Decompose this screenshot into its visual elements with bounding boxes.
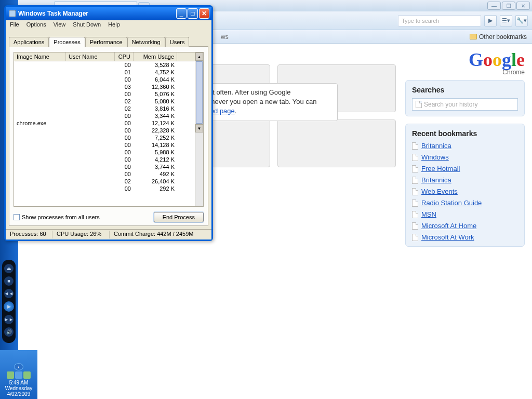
process-row[interactable]: 0312,360 K <box>14 83 195 90</box>
other-bookmarks-label: Other bookmarks <box>479 33 527 41</box>
media-stop-button[interactable]: ■ <box>4 276 14 286</box>
bookmark-item: Microsoft At Home <box>412 222 518 230</box>
stop-icon: ■ <box>7 278 10 284</box>
tab-performance[interactable]: Performance <box>85 37 127 47</box>
omnibox-search[interactable]: Type to search <box>398 15 481 26</box>
bookmark-link[interactable]: Microsoft At Work <box>421 233 474 241</box>
media-prev-button[interactable]: ◄◄ <box>4 289 14 298</box>
scroll-up-button[interactable]: ▲ <box>195 52 203 61</box>
tray-icon[interactable] <box>7 371 14 379</box>
process-row[interactable]: 003,744 K <box>14 163 195 170</box>
page-menu-button[interactable]: ☰▾ <box>500 15 512 26</box>
tray-expand-button[interactable]: ‹ <box>14 363 23 370</box>
google-chrome-logo: Google Chrome <box>405 49 525 76</box>
bookmark-link[interactable]: Radio Station Guide <box>421 199 482 207</box>
go-button[interactable]: ▶ <box>484 15 497 26</box>
process-row[interactable]: 005,076 K <box>14 90 195 98</box>
bookmark-link[interactable]: Web Events <box>421 188 458 195</box>
process-row[interactable]: 005,988 K <box>14 149 195 156</box>
show-all-users-checkbox[interactable]: Show processes from all users <box>14 214 100 220</box>
menu-view[interactable]: View <box>54 21 66 30</box>
process-row[interactable]: 003,344 K <box>14 112 195 119</box>
process-scrollbar[interactable]: ▲ ▼ <box>195 52 203 206</box>
page-icon <box>412 234 418 241</box>
minimize-icon: — <box>491 3 497 9</box>
thumbnail-slot[interactable] <box>277 119 396 167</box>
task-manager-titlebar[interactable]: Windows Task Manager _ □ ✕ <box>6 7 211 20</box>
process-row[interactable]: 007,252 K <box>14 134 195 141</box>
show-all-users-label: Show processes from all users <box>22 214 100 220</box>
menu-options[interactable]: Options <box>26 21 46 30</box>
status-commit: Commit Charge: 442M / 2459M <box>110 231 211 238</box>
bookmark-item: Radio Station Guide <box>412 199 518 207</box>
maximize-button[interactable]: ❐ <box>502 2 515 10</box>
process-row[interactable]: 006,044 K <box>14 76 195 83</box>
process-row[interactable]: 003,528 K <box>14 61 195 69</box>
search-history-input[interactable]: Search your history <box>412 98 518 111</box>
bookmark-link[interactable]: Free Hotmail <box>421 165 460 172</box>
menu-file[interactable]: File <box>10 21 19 30</box>
process-row[interactable]: 014,752 K <box>14 69 195 76</box>
tm-close-button[interactable]: ✕ <box>199 8 209 19</box>
process-row[interactable]: 0022,328 K <box>14 127 195 134</box>
search-history-placeholder: Search your history <box>424 101 477 108</box>
process-row[interactable]: 004,212 K <box>14 156 195 163</box>
tm-minimize-button[interactable]: _ <box>176 8 187 19</box>
cell-cpu: 00 <box>115 91 134 97</box>
close-button[interactable]: ✕ <box>516 2 530 10</box>
media-next-button[interactable]: ►► <box>4 315 14 324</box>
process-row[interactable]: 0014,128 K <box>14 141 195 149</box>
cell-mem: 292 K <box>134 185 177 192</box>
media-vol-button[interactable]: 🔊 <box>4 327 14 337</box>
page-icon <box>412 211 418 218</box>
media-play-button[interactable]: ▶ <box>4 301 14 312</box>
col-cpu[interactable]: CPU <box>115 52 134 61</box>
process-row[interactable]: 0226,404 K <box>14 178 195 185</box>
tab-processes[interactable]: Processes <box>49 37 85 47</box>
col-user-name[interactable]: User Name <box>66 52 115 61</box>
minimize-button[interactable]: — <box>487 2 501 10</box>
tm-footer-controls: Show processes from all users End Proces… <box>14 212 204 222</box>
process-rows[interactable]: 003,528 K014,752 K006,044 K0312,360 K005… <box>14 61 195 206</box>
chevron-down-icon: ▼ <box>197 126 202 131</box>
status-cpu: CPU Usage: 26% <box>52 231 110 238</box>
tm-menu-bar: File Options View Shut Down Help <box>6 20 211 31</box>
other-bookmarks-button[interactable]: Other bookmarks <box>470 33 527 41</box>
play-icon: ▶ <box>488 17 493 24</box>
page-icon <box>412 154 418 161</box>
bookmark-link[interactable]: Britannica <box>421 176 451 184</box>
bookmark-link[interactable]: MSN <box>421 210 436 218</box>
tm-maximize-button[interactable]: □ <box>188 8 198 19</box>
bookmark-link[interactable]: Microsoft At Home <box>421 222 476 230</box>
tab-applications[interactable]: Applications <box>9 37 49 47</box>
col-mem-usage[interactable]: Mem Usage <box>134 52 177 61</box>
end-process-button[interactable]: End Process <box>154 212 204 222</box>
scroll-down-button[interactable]: ▼ <box>195 124 203 132</box>
menu-shutdown[interactable]: Shut Down <box>73 21 101 30</box>
cell-cpu: 00 <box>115 164 134 170</box>
wrench-menu-button[interactable]: 🔧▾ <box>515 15 528 26</box>
menu-help[interactable]: Help <box>108 21 120 30</box>
bookmark-item: Britannica <box>412 176 518 184</box>
tab-networking[interactable]: Networking <box>127 37 165 47</box>
process-row[interactable]: 00492 K <box>14 170 195 178</box>
bookmark-link[interactable]: Britannica <box>421 142 451 150</box>
tab-users[interactable]: Users <box>165 37 190 47</box>
bookmark-link[interactable]: Windows <box>421 153 449 161</box>
process-row[interactable]: 023,816 K <box>14 105 195 112</box>
cell-cpu: 00 <box>115 135 134 141</box>
tray-icon[interactable] <box>15 371 22 379</box>
process-row[interactable]: 025,080 K <box>14 98 195 105</box>
tray-icon[interactable] <box>23 371 31 379</box>
process-row[interactable]: 00292 K <box>14 185 195 192</box>
tray-date: 4/02/2009 <box>7 391 31 397</box>
cell-cpu: 00 <box>115 149 134 155</box>
cell-mem: 4,212 K <box>134 156 177 163</box>
process-row[interactable]: chrome.exe0012,124 K <box>14 119 195 127</box>
tray-time: 5:49 AM <box>9 380 29 385</box>
cell-mem: 4,752 K <box>134 69 177 75</box>
cell-mem: 26,404 K <box>134 178 177 184</box>
media-eject-button[interactable]: ⏏ <box>4 264 14 273</box>
scroll-thumb[interactable] <box>196 61 203 124</box>
col-image-name[interactable]: Image Name <box>14 52 66 61</box>
